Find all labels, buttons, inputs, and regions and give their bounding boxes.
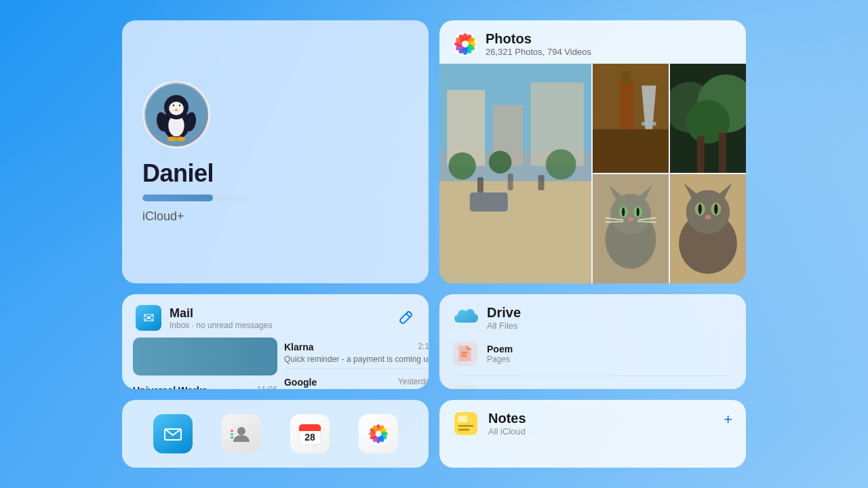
svg-point-13 — [176, 136, 185, 141]
mail-item-google[interactable]: Google Yesterday Your sign-in has change… — [284, 373, 429, 389]
svg-rect-30 — [439, 181, 591, 283]
file-type-poem: Pages — [487, 354, 513, 364]
photo-5[interactable] — [670, 174, 746, 283]
photo-3[interactable] — [670, 64, 746, 173]
photos-app-title: Photos — [486, 31, 591, 47]
svg-point-7 — [173, 104, 175, 106]
svg-rect-52 — [719, 133, 726, 173]
svg-rect-91 — [231, 430, 233, 432]
svg-point-36 — [546, 149, 576, 180]
notes-widget[interactable]: Notes All iCloud + — [439, 400, 746, 468]
notes-add-button[interactable]: + — [724, 411, 732, 428]
drive-widget[interactable]: Drive All Files Poem — [439, 294, 746, 389]
file-name-poem: Poem — [487, 344, 513, 354]
file-info-poem: Poem Pages — [487, 344, 513, 364]
mail-app-icon: ✉ — [136, 305, 161, 331]
photos-header: Photos 26,321 Photos, 794 Videos — [439, 20, 746, 64]
file-info-png: PNG image PNG — [487, 388, 538, 389]
svg-point-62 — [628, 217, 634, 221]
mail-sender-4: Google — [284, 377, 317, 388]
profile-subtitle: iCloud+ — [142, 209, 184, 224]
photo-1[interactable] — [439, 64, 591, 283]
mail-sender-1: Universal Works — [133, 385, 207, 389]
mail-item-klarna[interactable]: Klarna 2:11 Quick reminder - a payment i… — [284, 338, 429, 369]
svg-line-66 — [638, 222, 656, 222]
mail-title-group: Mail Inbox · no unread messages — [170, 306, 272, 330]
mail-sender-3: Klarna — [284, 342, 314, 352]
storage-bar-container — [142, 195, 251, 201]
dock-widget: 28 — [122, 400, 429, 468]
photo-4[interactable] — [593, 174, 669, 283]
dock-contacts-icon — [231, 423, 252, 445]
svg-rect-80 — [461, 354, 467, 355]
svg-point-55 — [610, 194, 651, 235]
mail-time-4: Yesterday — [398, 377, 429, 388]
profile-name: Daniel — [142, 159, 214, 188]
svg-point-35 — [489, 150, 512, 174]
notes-title-group: Notes All iCloud — [488, 411, 526, 436]
svg-point-75 — [714, 204, 717, 214]
svg-point-111 — [375, 431, 381, 437]
svg-point-34 — [448, 152, 475, 180]
svg-point-27 — [462, 41, 469, 47]
svg-rect-112 — [454, 412, 477, 435]
photos-title-group: Photos 26,321 Photos, 794 Videos — [486, 31, 591, 57]
svg-point-8 — [179, 104, 181, 106]
svg-rect-39 — [538, 175, 545, 190]
drive-app-title: Drive — [487, 305, 521, 321]
file-icon-pages — [453, 342, 477, 366]
mail-header-left: ✉ Mail Inbox · no unread messages — [136, 305, 272, 331]
svg-point-74 — [698, 204, 702, 214]
svg-rect-93 — [231, 436, 233, 439]
svg-rect-42 — [593, 129, 669, 173]
mail-item-universal[interactable]: Universal Works 11:06 Available Now: HHV… — [133, 381, 277, 389]
svg-rect-92 — [231, 433, 233, 435]
dock-app-mail[interactable] — [153, 414, 193, 453]
file-name-png: PNG image — [487, 388, 538, 389]
mail-icon-symbol: ✉ — [143, 310, 155, 326]
photo-2[interactable] — [593, 64, 669, 173]
drive-app-subtitle: All Files — [487, 321, 521, 331]
dock-mail-icon — [162, 423, 184, 445]
svg-point-12 — [167, 136, 177, 141]
photos-app-icon — [453, 32, 477, 56]
photos-grid[interactable] — [439, 64, 746, 283]
notes-app-title: Notes — [488, 411, 526, 426]
svg-rect-46 — [642, 122, 656, 125]
dock-calendar-icon: 28 — [298, 422, 322, 446]
mail-header: ✉ Mail Inbox · no unread messages — [122, 294, 429, 338]
svg-rect-51 — [697, 136, 705, 173]
notes-subtitle: All iCloud — [488, 426, 526, 436]
widgets-container: Daniel iCloud+ — [0, 0, 868, 488]
mail-app-name: Mail — [170, 306, 272, 321]
svg-rect-114 — [458, 429, 470, 431]
svg-point-76 — [705, 215, 711, 219]
svg-rect-79 — [461, 352, 468, 353]
svg-rect-43 — [620, 78, 633, 129]
svg-rect-96 — [299, 428, 321, 431]
svg-rect-38 — [508, 174, 513, 190]
mail-banner — [133, 338, 277, 375]
profile-widget: Daniel iCloud+ — [122, 20, 429, 283]
drive-files-list: Poem Pages — [453, 342, 732, 389]
mail-time-1: 11:06 — [257, 385, 277, 389]
dock-app-contacts[interactable] — [222, 414, 261, 453]
drive-title-group: Drive All Files — [487, 305, 521, 331]
mail-widget[interactable]: ✉ Mail Inbox · no unread messages — [122, 294, 429, 389]
svg-rect-44 — [622, 71, 631, 85]
mail-compose-button[interactable] — [396, 308, 415, 327]
drive-divider-1 — [453, 375, 732, 376]
drive-file-png[interactable]: PNG image PNG — [453, 386, 732, 389]
photos-widget[interactable]: Photos 26,321 Photos, 794 Videos — [439, 20, 746, 283]
dock-app-photos[interactable] — [359, 414, 398, 453]
svg-rect-81 — [461, 356, 467, 357]
svg-text:28: 28 — [304, 432, 315, 443]
svg-point-61 — [637, 207, 639, 216]
mail-time-3: 2:11 — [418, 342, 429, 352]
dock-photos-icon — [366, 422, 391, 446]
drive-file-poem[interactable]: Poem Pages — [453, 342, 732, 366]
drive-header: Drive All Files — [453, 305, 732, 331]
dock-app-calendar[interactable]: 28 — [290, 414, 330, 453]
avatar — [142, 81, 210, 148]
file-icon-png — [453, 386, 477, 389]
